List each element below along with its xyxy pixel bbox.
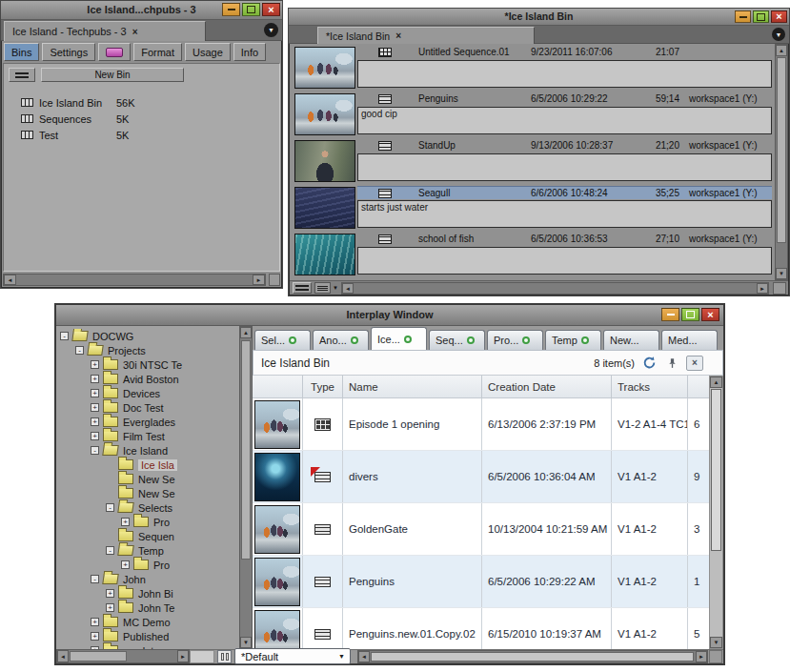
scroll-right-icon[interactable] [696, 651, 707, 662]
horizontal-scrollbar[interactable] [341, 282, 769, 295]
clip-thumbnail[interactable] [294, 140, 355, 182]
tree-expander-icon[interactable]: - [60, 332, 69, 340]
scroll-right-icon[interactable] [757, 283, 768, 294]
clip-comment-box[interactable] [357, 153, 772, 181]
header-thumbnail[interactable] [253, 376, 303, 397]
resize-corner[interactable] [773, 282, 786, 295]
tree-item-label[interactable]: Ice Isla [138, 459, 177, 471]
close-button[interactable] [701, 308, 719, 321]
bin-tab[interactable]: Pro... [487, 330, 543, 350]
tree-expander-icon[interactable]: + [91, 632, 99, 641]
horizontal-scrollbar[interactable] [3, 274, 266, 286]
fast-menu-button[interactable] [293, 282, 312, 294]
tree-item-label[interactable]: Projects [108, 345, 146, 356]
asset-thumbnail[interactable] [254, 610, 300, 650]
scrollbar-thumb[interactable] [711, 389, 721, 551]
tree-item[interactable]: - Projects [56, 343, 239, 357]
tab-close-icon[interactable]: × [132, 27, 138, 37]
tree-item[interactable]: + Devices [56, 386, 239, 400]
tree-expander-icon[interactable]: + [91, 417, 99, 426]
tree-horizontal-scrollbar[interactable] [56, 649, 190, 663]
clip-comment-box[interactable]: good cip [357, 107, 772, 134]
clip-name[interactable]: StandUp [418, 140, 456, 151]
clip-thumbnail[interactable] [294, 93, 355, 135]
fast-menu-button[interactable] [9, 68, 35, 82]
scrollbar-thumb[interactable] [371, 652, 694, 662]
tree-item[interactable]: - John [56, 572, 239, 586]
maximize-button[interactable] [753, 10, 769, 23]
panel-close-button[interactable]: × [686, 356, 703, 371]
clip-row[interactable]: Untitled Sequence.01 9/23/2011 16:07:06 … [291, 44, 774, 91]
tree-item-label[interactable]: New Se [138, 488, 175, 499]
bin-tab[interactable]: *Ice Island Bin × [317, 27, 535, 44]
tree-item[interactable]: - Temp [56, 543, 239, 558]
scroll-down-icon[interactable] [240, 637, 252, 648]
tree-item[interactable]: Sequen [56, 529, 239, 543]
tree-expander-icon[interactable]: - [91, 575, 99, 583]
resize-corner[interactable] [269, 274, 280, 286]
minimize-button[interactable] [222, 3, 240, 16]
table-row[interactable]: GoldenGate 10/13/2004 10:21:59 AM V1 A1-… [253, 503, 709, 556]
close-button[interactable] [262, 3, 280, 16]
header-type[interactable]: Type [303, 376, 343, 397]
table-row[interactable]: Penguins 6/5/2006 10:29:22 AM V1 A1-2 1 [253, 556, 709, 608]
clip-name[interactable]: Untitled Sequence.01 [418, 47, 510, 57]
clip-row-header[interactable]: Penguins 6/5/2006 10:29:22 59;14 workspa… [357, 92, 772, 106]
tab-info[interactable]: Info [233, 43, 266, 61]
maximize-button[interactable] [242, 3, 260, 16]
tree-expander-icon[interactable]: + [106, 603, 114, 612]
close-button[interactable] [771, 10, 787, 23]
scroll-up-icon[interactable] [710, 377, 722, 388]
scrollbar-thumb[interactable] [241, 340, 251, 560]
tree-item-label[interactable]: John Te [138, 602, 174, 614]
scroll-down-icon[interactable] [710, 637, 722, 648]
tree-item-label[interactable]: John Bi [138, 588, 173, 600]
clip-row-header[interactable]: Seagull 6/6/2006 10:48:24 35;25 workspac… [357, 186, 772, 199]
clip-comment-box[interactable] [357, 60, 772, 88]
tree-item-label[interactable]: DOCWG [92, 331, 133, 342]
tab-menu-button[interactable]: ▼ [264, 23, 278, 37]
tree-item[interactable]: + John Te [56, 601, 239, 615]
bin-tab[interactable]: Seq... [429, 330, 485, 350]
clip-row[interactable]: Seagull 6/6/2006 10:48:24 35;25 workspac… [291, 184, 774, 231]
tree-expander-icon[interactable]: + [91, 403, 99, 412]
tree-expander-icon[interactable]: + [91, 389, 99, 397]
tree-item-label[interactable]: Avid Boston [123, 374, 179, 385]
tab-usage[interactable]: Usage [185, 43, 231, 61]
tree-expander-icon[interactable]: + [121, 560, 130, 569]
tree-item-label[interactable]: 30i NTSC Te [123, 359, 182, 371]
tree-item-label[interactable]: Sequen [138, 531, 174, 542]
tree-item[interactable]: + Film Test [56, 429, 239, 443]
header-extra[interactable] [688, 376, 705, 397]
clip-thumbnail[interactable] [294, 234, 355, 275]
bin-list-item[interactable]: Test 5K [4, 127, 279, 143]
bin-list-item[interactable]: Sequences 5K [4, 111, 279, 127]
clip-name[interactable]: school of fish [418, 234, 474, 244]
tree-item[interactable]: + Pro [56, 558, 239, 572]
tree-item[interactable]: + Everglades [56, 415, 239, 429]
tree-item[interactable]: - Selects [56, 500, 239, 515]
tree-item-label[interactable]: Pro [153, 517, 170, 528]
tree-expander-icon[interactable]: + [91, 375, 99, 383]
vertical-scrollbar[interactable] [775, 44, 788, 280]
tree-expander-icon[interactable]: - [91, 446, 99, 455]
resize-corner[interactable] [709, 650, 722, 663]
asset-thumbnail[interactable] [254, 505, 300, 554]
maximize-button[interactable] [681, 308, 699, 321]
tree-item-label[interactable]: Selects [138, 502, 172, 514]
clip-window-titlebar[interactable]: *Ice Island Bin [289, 9, 789, 26]
asset-name[interactable]: Penguins [343, 556, 482, 607]
table-row[interactable]: divers 6/5/2006 10:36:04 AM V1 A1-2 9 [253, 451, 709, 503]
scroll-left-icon[interactable] [4, 275, 16, 285]
clip-row-header[interactable]: Untitled Sequence.01 9/23/2011 16:07:06 … [357, 46, 772, 59]
bin-tab[interactable]: Sel... [254, 330, 311, 350]
column-view-button[interactable] [217, 650, 232, 663]
interplay-titlebar[interactable]: Interplay Window [56, 305, 723, 326]
tree-item-label[interactable]: Published [123, 631, 169, 642]
tree-item-label[interactable]: MC Demo [123, 617, 171, 628]
bin-tab[interactable]: Ano... [313, 330, 369, 350]
clip-row[interactable]: StandUp 9/13/2006 10:28:37 21;20 workspa… [291, 137, 774, 184]
table-horizontal-scrollbar[interactable] [357, 650, 708, 663]
view-preset-dropdown[interactable]: *Default ▼ [234, 648, 351, 664]
tree-item-label[interactable]: New Se [138, 474, 175, 485]
